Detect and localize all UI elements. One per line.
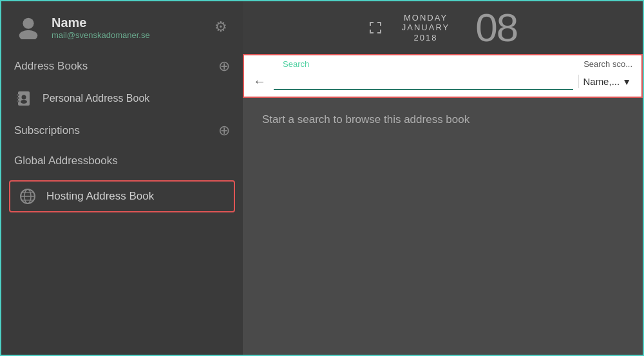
sidebar-item-hosting-address-book[interactable]: Hosting Address Book: [9, 180, 235, 212]
svg-point-6: [22, 95, 26, 100]
search-label: Search: [283, 59, 309, 69]
subscriptions-label: Subscriptions: [14, 124, 80, 137]
expand-icon[interactable]: [368, 21, 383, 35]
sidebar-item-personal-address-book[interactable]: Personal Address Book: [1, 82, 243, 115]
day-name: MONDAY: [402, 13, 450, 23]
address-books-label: Address Books: [14, 60, 88, 73]
user-name: Name: [52, 15, 150, 30]
global-addressbooks-label: Global Addressbooks: [14, 155, 118, 167]
chevron-down-icon: ▼: [622, 77, 631, 87]
user-email: mail@svenskadomaner.se: [52, 30, 150, 40]
user-info-container: Name mail@svenskadomaner.se: [14, 13, 150, 41]
avatar: [14, 13, 43, 41]
empty-message: Start a search to browse this address bo…: [262, 113, 469, 126]
topbar: MONDAY JANUARY 2018 08: [243, 1, 643, 54]
add-subscription-icon[interactable]: ⊕: [218, 122, 230, 139]
hosting-address-book-label: Hosting Address Book: [46, 190, 154, 203]
year: 2018: [402, 33, 450, 43]
user-details: Name mail@svenskadomaner.se: [52, 15, 150, 40]
svg-point-0: [23, 18, 33, 29]
search-input[interactable]: [274, 73, 573, 90]
search-scope-label: Search sco...: [583, 59, 632, 69]
svg-point-7: [21, 100, 27, 104]
globe-icon: [18, 187, 37, 206]
back-button[interactable]: ←: [251, 71, 269, 91]
topbar-date: MONDAY JANUARY 2018: [402, 13, 450, 43]
svg-rect-5: [17, 100, 19, 102]
svg-point-1: [19, 30, 38, 39]
search-container: Search Search sco... ← Name,... ▼: [243, 54, 643, 98]
svg-rect-3: [17, 94, 19, 96]
day-number: 08: [475, 8, 517, 48]
search-input-row: ← Name,... ▼: [244, 69, 641, 97]
main-body: Start a search to browse this address bo…: [243, 98, 643, 355]
address-books-section: Address Books ⊕: [1, 50, 243, 82]
subscriptions-section: Subscriptions ⊕: [1, 115, 243, 147]
global-addressbooks-section: Global Addressbooks: [1, 147, 243, 175]
add-address-book-icon[interactable]: ⊕: [218, 58, 230, 75]
contact-book-icon: [14, 89, 33, 108]
sidebar-header: Name mail@svenskadomaner.se ⚙: [1, 1, 243, 50]
personal-address-book-label: Personal Address Book: [43, 93, 149, 104]
main-content: MONDAY JANUARY 2018 08 Search Search sco…: [243, 1, 643, 355]
sidebar: Name mail@svenskadomaner.se ⚙ Address Bo…: [1, 1, 243, 355]
search-label-row: Search Search sco...: [244, 55, 641, 69]
month: JANUARY: [402, 23, 450, 33]
search-scope-value: Name,...: [583, 76, 620, 87]
svg-rect-4: [17, 97, 19, 99]
search-scope-dropdown[interactable]: Name,... ▼: [578, 75, 635, 88]
settings-icon[interactable]: ⚙: [212, 16, 230, 38]
